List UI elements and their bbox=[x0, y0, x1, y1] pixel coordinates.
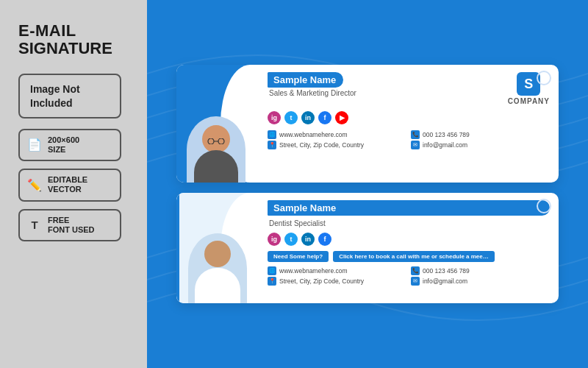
svg-point-0 bbox=[208, 138, 214, 144]
feature-size: 📄 200×600SIZE bbox=[18, 129, 121, 161]
card2-facebook-icon[interactable]: f bbox=[318, 233, 331, 246]
card1-glasses bbox=[206, 134, 226, 140]
title-line2: SIGNATURE bbox=[18, 40, 112, 57]
card1-website: 🌐 www.webnamehere.com bbox=[268, 130, 406, 139]
size-text: 200×600SIZE bbox=[48, 135, 79, 155]
image-not-included-label: Image Not Included bbox=[30, 82, 110, 109]
signature-card-2: Sample Name Dentist Specialist ig t in f… bbox=[176, 193, 559, 303]
card2-body bbox=[195, 268, 240, 303]
card2-phone: 📞 000 123 456 789 bbox=[411, 266, 550, 275]
card1-title: Sales & Marketing Director bbox=[269, 89, 501, 97]
card1-name: Sample Name bbox=[268, 72, 343, 88]
right-panel: Sample Name Sales & Marketing Director S… bbox=[147, 0, 588, 368]
card2-content: Sample Name Dentist Specialist ig t in f… bbox=[257, 193, 559, 303]
card2-title: Dentist Specialist bbox=[269, 219, 550, 227]
card1-email: ✉ info@gmail.com bbox=[411, 141, 550, 149]
feature-vector: ✏️ EDITABLEVECTOR bbox=[18, 169, 121, 201]
help-button[interactable]: Need Some help? bbox=[268, 251, 329, 262]
card2-info-grid: 🌐 www.webnamehere.com 📞 000 123 456 789 … bbox=[268, 266, 550, 286]
address-icon: 📍 bbox=[268, 141, 276, 149]
card2-email: ✉ info@gmail.com bbox=[411, 277, 550, 286]
card2-name: Sample Name bbox=[268, 200, 550, 216]
card2-instagram-icon[interactable]: ig bbox=[268, 233, 281, 246]
card1-info-grid: 🌐 www.webnamehere.com 📞 000 123 456 789 … bbox=[268, 130, 550, 149]
card2-address-icon: 📍 bbox=[268, 277, 276, 286]
card1-accent bbox=[176, 65, 257, 183]
title-block: E-MAIL SIGNATURE bbox=[18, 22, 112, 57]
card2-email-icon: ✉ bbox=[411, 277, 420, 286]
phone-icon: 📞 bbox=[411, 130, 420, 139]
card2-twitter-icon[interactable]: t bbox=[284, 233, 298, 246]
card1-name-block: Sample Name Sales & Marketing Director bbox=[268, 72, 501, 97]
feature-list: 📄 200×600SIZE ✏️ EDITABLEVECTOR T FREEFO… bbox=[18, 129, 121, 241]
vector-text: EDITABLEVECTOR bbox=[48, 175, 87, 194]
youtube-icon[interactable]: ▶ bbox=[335, 111, 348, 124]
card1-circle-deco bbox=[537, 71, 551, 85]
card1-avatar bbox=[187, 116, 245, 183]
company-name: COMPANY bbox=[508, 97, 550, 105]
card1-header-row: Sample Name Sales & Marketing Director S… bbox=[268, 72, 550, 105]
card1-content: Sample Name Sales & Marketing Director S… bbox=[257, 65, 559, 183]
card1-social-row: ig t in f ▶ bbox=[268, 111, 550, 124]
card2-website: 🌐 www.webnamehere.com bbox=[268, 266, 406, 275]
font-icon: T bbox=[27, 219, 42, 231]
card2-circle-deco bbox=[537, 199, 551, 213]
card2-website-icon: 🌐 bbox=[268, 266, 276, 275]
card2-head bbox=[204, 241, 231, 267]
twitter-icon[interactable]: t bbox=[284, 111, 298, 124]
card2-phone-icon: 📞 bbox=[411, 266, 420, 275]
image-not-included-box: Image Not Included bbox=[18, 74, 121, 118]
card2-linkedin-icon[interactable]: in bbox=[301, 233, 315, 246]
card2-avatar bbox=[188, 233, 247, 303]
instagram-icon[interactable]: ig bbox=[268, 111, 281, 124]
card1-body bbox=[194, 150, 238, 183]
website-icon: 🌐 bbox=[268, 130, 276, 139]
card1-phone: 📞 000 123 456 789 bbox=[411, 130, 550, 139]
card2-accent bbox=[176, 193, 257, 303]
size-icon: 📄 bbox=[27, 138, 42, 152]
email-icon: ✉ bbox=[411, 141, 420, 149]
title-line1: E-MAIL bbox=[18, 22, 112, 40]
left-panel: E-MAIL SIGNATURE Image Not Included 📄 20… bbox=[0, 0, 147, 368]
feature-font: T FREEFONT USED bbox=[18, 209, 121, 241]
svg-point-1 bbox=[218, 138, 224, 144]
book-button[interactable]: Click here to book a call with me or sch… bbox=[333, 251, 495, 262]
signature-card-1: Sample Name Sales & Marketing Director S… bbox=[176, 65, 559, 183]
linkedin-icon[interactable]: in bbox=[301, 111, 315, 124]
card2-action-row: Need Some help? Click here to book a cal… bbox=[268, 251, 550, 262]
facebook-icon[interactable]: f bbox=[318, 111, 331, 124]
card1-address: 📍 Street, City, Zip Code, Country bbox=[268, 141, 406, 149]
vector-icon: ✏️ bbox=[27, 178, 42, 192]
card2-address: 📍 Street, City, Zip Code, Country bbox=[268, 277, 406, 286]
card2-social-row: ig t in f bbox=[268, 233, 550, 246]
font-text: FREEFONT USED bbox=[48, 216, 95, 235]
company-letter: S bbox=[524, 77, 533, 92]
